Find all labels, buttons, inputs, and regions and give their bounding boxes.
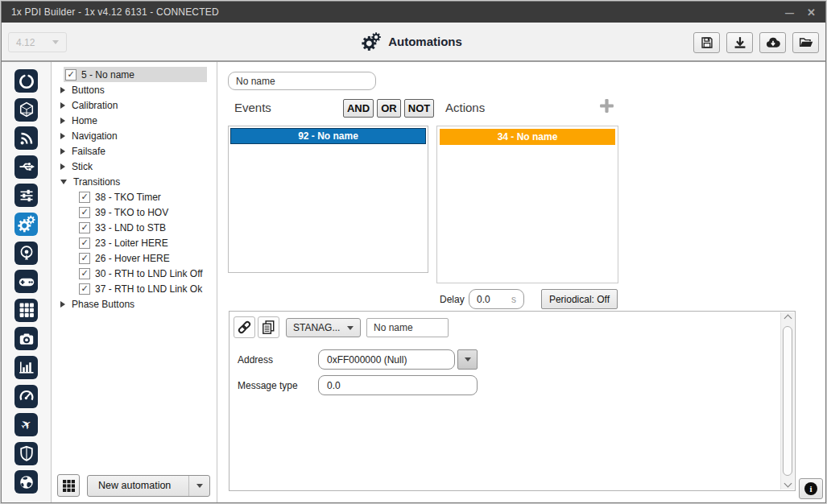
sidebar-item-devices[interactable] [14, 270, 38, 293]
checkbox-checked-icon[interactable] [79, 268, 90, 279]
checkbox-checked-icon[interactable] [79, 253, 90, 264]
tree-item[interactable]: 37 - RTH to LND Link Ok [52, 281, 217, 296]
shield-icon [17, 444, 36, 463]
checkbox-checked-icon[interactable] [79, 192, 90, 203]
chevron-right-icon[interactable] [60, 148, 65, 155]
tree-item-label: 5 - No name [81, 69, 134, 81]
tree-item-selected[interactable]: 5 - No name [64, 67, 207, 82]
and-button[interactable]: AND [343, 99, 374, 118]
app-window: 1x PDI Builder - 1x v4.12 6131 - CONNECT… [1, 1, 826, 503]
checkbox-checked-icon[interactable] [79, 222, 90, 233]
copy-button[interactable] [258, 316, 279, 338]
sidebar-item-telemetry[interactable] [14, 126, 38, 150]
sidebar-item-world[interactable] [14, 470, 38, 494]
scroll-up-icon[interactable] [784, 315, 792, 323]
delay-input[interactable]: 0.0 s [469, 289, 524, 309]
action-type-dropdown[interactable]: STANAG... [286, 318, 361, 337]
automation-name-input[interactable] [228, 72, 376, 90]
tree-item-label: 26 - Hover HERE [95, 253, 170, 264]
info-button[interactable]: i [799, 478, 823, 499]
actions-list: 34 - No name [436, 126, 618, 283]
automation-tree: 5 - No name Buttons Calibration Home [52, 67, 217, 312]
close-icon[interactable] [807, 5, 816, 19]
grid-view-button[interactable] [57, 474, 80, 497]
tree-item-label: 33 - LND to STB [95, 222, 166, 233]
tree-item-label: 23 - Loiter HERE [95, 238, 168, 249]
chevron-down-icon[interactable] [60, 180, 67, 184]
periodical-toggle[interactable]: Periodical: Off [541, 289, 618, 309]
sidebar-item-automations[interactable] [14, 213, 38, 236]
tree-item-label: 38 - TKO Timer [95, 192, 161, 203]
tree-branch-home[interactable]: Home [52, 113, 217, 128]
tree-branch-failsafe[interactable]: Failsafe [52, 143, 217, 159]
tree-branch-stick[interactable]: Stick [52, 159, 217, 174]
minimize-icon[interactable] [785, 5, 794, 19]
sidebar-item-statistics[interactable] [14, 356, 38, 379]
sidebar-item-tuning[interactable] [14, 242, 38, 265]
action-item[interactable]: 34 - No name [440, 129, 615, 145]
sidebar-item-platform[interactable] [14, 69, 38, 93]
action-detail-panel: STANAG... Address 0xFF000000 (Null) Mess… [229, 311, 796, 491]
action-name-input[interactable] [366, 318, 449, 337]
chevron-right-icon[interactable] [60, 102, 65, 109]
new-automation-dropdown[interactable] [188, 476, 209, 496]
folder-open-icon [797, 34, 815, 52]
checkbox-checked-icon[interactable] [65, 69, 76, 81]
scrollbar[interactable] [780, 312, 794, 490]
chevron-right-icon[interactable] [60, 163, 65, 170]
titlebar: 1x PDI Builder - 1x v4.12 6131 - CONNECT… [2, 2, 825, 23]
scrollbar-thumb[interactable] [783, 326, 792, 476]
chevron-right-icon[interactable] [60, 301, 65, 308]
chevron-right-icon[interactable] [60, 133, 65, 139]
version-dropdown[interactable]: 4.12 [8, 32, 67, 52]
page-title: Automations [388, 35, 462, 48]
address-dropdown[interactable]: 0xFF000000 (Null) [318, 349, 455, 370]
sidebar-item-tables[interactable] [14, 299, 38, 322]
tree-item[interactable]: 23 - Loiter HERE [52, 235, 217, 250]
gamepad-icon [17, 272, 36, 291]
tree-branch-calibration[interactable]: Calibration [52, 97, 217, 113]
sidebar-item-control[interactable] [14, 184, 38, 207]
export-button[interactable] [726, 32, 753, 53]
address-label: Address [238, 354, 273, 366]
gears-icon [17, 214, 36, 233]
automation-tree-panel: 5 - No name Buttons Calibration Home [52, 62, 217, 502]
tree-branch-buttons[interactable]: Buttons [52, 82, 217, 97]
window-title: 1x PDI Builder - 1x v4.12 6131 - CONNECT… [11, 6, 219, 18]
checkbox-checked-icon[interactable] [79, 238, 90, 249]
address-dropdown-button[interactable] [457, 349, 478, 370]
new-automation-button[interactable]: New automation [87, 475, 210, 497]
message-type-input[interactable] [318, 375, 478, 395]
tree-branch-navigation[interactable]: Navigation [52, 128, 217, 143]
tree-item[interactable]: 33 - LND to STB [52, 220, 217, 235]
tree-branch-transitions[interactable]: Transitions [52, 174, 217, 189]
tree-item[interactable]: 26 - Hover HERE [52, 250, 217, 266]
or-button[interactable]: OR [377, 99, 401, 118]
sidebar-item-gauge[interactable] [14, 385, 38, 408]
save-button[interactable] [693, 32, 720, 53]
not-button[interactable]: NOT [404, 99, 434, 118]
chevron-right-icon[interactable] [60, 118, 65, 124]
tree-branch-phase-buttons[interactable]: Phase Buttons [52, 296, 217, 312]
tree-item[interactable]: 38 - TKO Timer [52, 189, 217, 204]
checkbox-checked-icon[interactable] [79, 283, 90, 295]
tree-item-label: Stick [72, 161, 93, 172]
sidebar-item-connections[interactable] [14, 155, 38, 179]
open-file-button[interactable] [792, 32, 819, 53]
event-item[interactable]: 92 - No name [230, 128, 426, 144]
sidebar-item-camera[interactable] [14, 327, 38, 350]
sidebar-item-flight[interactable] [14, 413, 38, 436]
sidebar [2, 62, 52, 502]
scroll-down-icon[interactable] [784, 480, 792, 488]
sidebar-item-structure[interactable] [14, 98, 38, 122]
chevron-right-icon[interactable] [60, 87, 65, 93]
tree-item[interactable]: 39 - TKO to HOV [52, 204, 217, 220]
cloud-download-button[interactable] [759, 32, 786, 53]
tree-item[interactable]: 30 - RTH to LND Link Off [52, 266, 217, 281]
checkbox-checked-icon[interactable] [79, 207, 90, 218]
link-button[interactable] [234, 316, 255, 338]
add-action-button[interactable] [598, 97, 615, 118]
save-icon [698, 34, 716, 52]
sidebar-item-safety[interactable] [14, 442, 38, 465]
address-value: 0xFF000000 (Null) [327, 354, 407, 366]
